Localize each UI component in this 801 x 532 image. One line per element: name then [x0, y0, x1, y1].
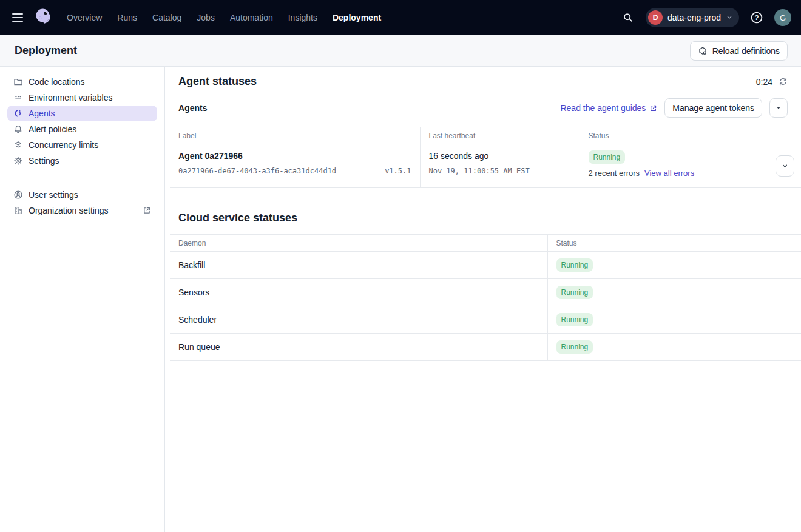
sidebar-item-alert-policies[interactable]: Alert policies — [7, 121, 157, 137]
sidebar-item-concurrency-limits[interactable]: Concurrency limits — [7, 137, 157, 153]
column-header-last-heartbeat: Last heartbeat — [420, 127, 580, 144]
external-link-icon — [143, 206, 151, 215]
sidebar-item-organization-settings[interactable]: Organization settings — [7, 203, 157, 218]
column-header-status: Status — [547, 235, 801, 252]
agent-statuses-title: Agent statuses — [178, 75, 257, 88]
sidebar-item-agents[interactable]: Agents — [7, 106, 157, 121]
navbar-right-cluster: D data-eng-prod ? G — [618, 8, 791, 27]
octopus-logo-icon — [33, 7, 55, 29]
page-header: Deployment Reload definitions — [0, 35, 801, 67]
user-icon — [13, 190, 23, 200]
daemon-name: Run queue — [178, 342, 220, 352]
agent-row: Agent 0a271966 0a271966-de67-4043-a3f6-a… — [170, 144, 801, 188]
sidebar-divider — [0, 178, 164, 178]
sidebar-item-label: Environment variables — [29, 93, 113, 103]
agents-table-header-row: Label Last heartbeat Status — [170, 127, 801, 144]
column-header-status: Status — [580, 127, 769, 144]
heartbeat-timestamp: Nov 19, 11:00:55 AM EST — [429, 167, 571, 175]
gear-icon — [13, 156, 23, 166]
agent-id: 0a271966-de67-4043-a3f6-aca31dc44d1d — [178, 167, 336, 175]
deployment-initial-badge: D — [648, 10, 663, 25]
column-header-expand — [769, 127, 801, 144]
nav-item-overview[interactable]: Overview — [67, 13, 102, 22]
svg-text:?: ? — [754, 13, 759, 21]
top-navbar: Overview Runs Catalog Jobs Automation In… — [0, 0, 801, 35]
agents-more-actions-button[interactable] — [769, 98, 788, 118]
primary-nav-links: Overview Runs Catalog Jobs Automation In… — [67, 13, 381, 22]
page-title: Deployment — [15, 44, 77, 57]
agents-subsection-label: Agents — [178, 103, 207, 113]
sidebar-item-settings[interactable]: Settings — [7, 153, 157, 169]
sidebar-item-user-settings[interactable]: User settings — [7, 187, 157, 203]
daemon-row-run-queue: Run queue Running — [170, 334, 801, 361]
sidebar-item-label: Agents — [29, 109, 55, 118]
sidebar-item-label: User settings — [29, 190, 78, 200]
sidebar-item-label: Code locations — [29, 77, 85, 87]
organization-icon — [13, 206, 23, 215]
recent-errors-count: 2 recent errors — [589, 169, 640, 178]
help-button[interactable]: ? — [747, 8, 766, 27]
search-button[interactable] — [618, 8, 638, 27]
variables-icon — [13, 93, 23, 103]
sidebar-item-label: Organization settings — [29, 206, 109, 215]
daemon-name: Sensors — [178, 288, 209, 297]
agents-table: Label Last heartbeat Status Agent 0a2719… — [170, 127, 801, 188]
view-all-errors-link[interactable]: View all errors — [644, 169, 694, 178]
agent-version: v1.5.1 — [385, 167, 411, 175]
sidebar-item-label: Settings — [29, 156, 59, 166]
refresh-icon — [779, 77, 788, 86]
agent-row-expand-button[interactable] — [776, 155, 794, 177]
deployment-sidebar: Code locations Environment variables Age… — [0, 67, 165, 532]
nav-item-automation[interactable]: Automation — [230, 13, 273, 22]
daemon-row-sensors: Sensors Running — [170, 279, 801, 306]
reload-definitions-button[interactable]: Reload definitions — [690, 41, 788, 61]
bell-icon — [13, 124, 23, 134]
daemon-status-badge: Running — [556, 313, 593, 326]
daemon-name: Backfill — [178, 260, 205, 270]
dagster-logo[interactable] — [32, 5, 56, 30]
chevron-down-icon — [726, 14, 733, 21]
deployment-name: data-eng-prod — [668, 13, 721, 22]
agent-name: Agent 0a271966 — [178, 150, 411, 161]
agent-icon — [13, 109, 23, 118]
daemon-status-badge: Running — [556, 258, 593, 272]
deployment-switcher[interactable]: D data-eng-prod — [646, 8, 739, 27]
nav-item-deployment[interactable]: Deployment — [333, 13, 381, 22]
daemon-status-badge: Running — [556, 340, 593, 354]
manage-agent-tokens-button[interactable]: Manage agent tokens — [664, 98, 762, 118]
sidebar-item-environment-variables[interactable]: Environment variables — [7, 90, 157, 106]
external-link-icon — [649, 104, 657, 112]
nav-item-insights[interactable]: Insights — [288, 13, 317, 22]
avatar-initial: G — [780, 13, 786, 22]
column-header-label: Label — [170, 127, 420, 144]
nav-item-jobs[interactable]: Jobs — [197, 13, 215, 22]
nav-item-catalog[interactable]: Catalog — [152, 13, 181, 22]
folder-icon — [13, 77, 23, 87]
cloud-service-statuses-title: Cloud service statuses — [165, 188, 801, 224]
hamburger-menu-icon — [12, 13, 23, 15]
refresh-countdown: 0:24 — [756, 77, 772, 87]
user-avatar[interactable]: G — [774, 9, 791, 26]
daemon-name: Scheduler — [178, 315, 217, 325]
sidebar-item-label: Alert policies — [29, 124, 76, 134]
code-location-icon — [698, 46, 708, 56]
daemon-table-header-row: Daemon Status — [170, 235, 801, 252]
daemon-row-scheduler: Scheduler Running — [170, 306, 801, 334]
caret-down-icon — [776, 105, 782, 111]
daemon-row-backfill: Backfill Running — [170, 252, 801, 279]
search-icon — [623, 12, 634, 23]
nav-item-runs[interactable]: Runs — [117, 13, 137, 22]
agent-status-badge: Running — [589, 150, 626, 164]
hamburger-menu-button[interactable] — [7, 7, 28, 28]
refresh-button[interactable] — [779, 77, 788, 86]
daemon-status-badge: Running — [556, 286, 593, 299]
agent-guides-link[interactable]: Read the agent guides — [560, 103, 657, 113]
sidebar-item-code-locations[interactable]: Code locations — [7, 74, 157, 90]
chevron-down-icon — [781, 162, 789, 170]
reload-definitions-label: Reload definitions — [712, 46, 780, 56]
heartbeat-relative-time: 16 seconds ago — [429, 150, 571, 161]
help-icon: ? — [750, 11, 763, 24]
deployment-main: Agent statuses 0:24 Agents Read the agen… — [165, 67, 801, 532]
sidebar-item-label: Concurrency limits — [29, 140, 98, 150]
layers-icon — [13, 140, 23, 150]
